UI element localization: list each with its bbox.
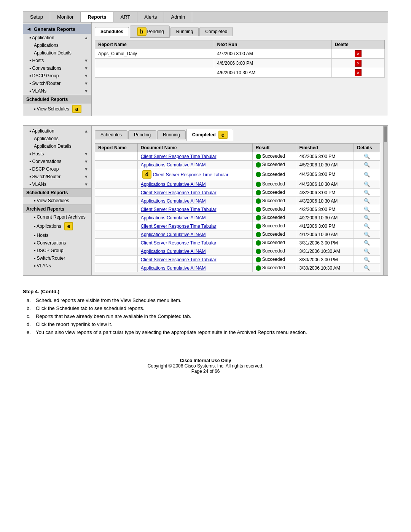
cell-details[interactable]: 🔍 — [354, 161, 380, 169]
tab-schedules[interactable]: Schedules — [95, 27, 129, 36]
sidebar-sub-appdetails[interactable]: Application Details — [23, 49, 91, 57]
cell-details[interactable]: 🔍 — [354, 256, 380, 264]
tab2-running[interactable]: Running — [157, 130, 186, 139]
main-layout-1: ◄ Generate Reports ▪ Application ▲ Appli… — [23, 22, 388, 116]
magnifier-icon[interactable]: 🔍 — [364, 257, 370, 262]
sidebar-item-switch[interactable]: ▪ Switch/Router ▼ — [23, 80, 91, 87]
archived-applications[interactable]: ▪ Applications e — [23, 221, 91, 232]
sidebar2-sub-appdetails[interactable]: Application Details — [23, 142, 91, 150]
magnifier-icon[interactable]: 🔍 — [364, 232, 370, 237]
magnifier-icon[interactable]: 🔍 — [364, 223, 370, 229]
cell-doc-name[interactable]: Applications Cumulative AllNAM — [137, 214, 252, 222]
sidebar2-item-application[interactable]: ▪ Application ▲ — [23, 127, 91, 135]
delete-button[interactable]: ✕ — [355, 69, 362, 76]
sidebar-item-vlans[interactable]: ▪ VLANs ▼ — [23, 87, 91, 95]
sidebar2-item-switch[interactable]: ▪ Switch/Router ▼ — [23, 173, 91, 181]
nav-reports[interactable]: Reports — [81, 12, 113, 22]
magnifier-icon[interactable]: 🔍 — [364, 198, 370, 204]
cell-details[interactable]: 🔍 — [354, 264, 380, 272]
cell-details[interactable]: 🔍 — [354, 197, 380, 205]
sidebar2-item-dscp[interactable]: ▪ DSCP Group ▼ — [23, 165, 91, 173]
cell-details[interactable]: 🔍 — [354, 230, 380, 239]
nav-alerts[interactable]: Alerts — [137, 12, 164, 22]
magnifier-icon[interactable]: 🔍 — [364, 153, 370, 159]
view-schedules-item[interactable]: ▪ View Schedules a — [23, 104, 91, 114]
magnifier-icon[interactable]: 🔍 — [364, 206, 370, 212]
cell-doc-name[interactable]: Applications Cumulative AllNAM — [137, 264, 252, 272]
expand-down-icon-5: ▼ — [84, 89, 88, 93]
sidebar-item-conversations[interactable]: ▪ Conversations ▼ — [23, 64, 91, 72]
tab-completed[interactable]: Completed — [199, 27, 233, 36]
cell-doc-name[interactable]: Client Server Response Time Tabular — [137, 189, 252, 197]
magnifier-icon[interactable]: 🔍 — [364, 162, 370, 168]
expand2-down-2: ▼ — [84, 159, 88, 164]
cell-doc-name[interactable]: Applications Cumulative AllNAM — [137, 230, 252, 239]
step-text-d: Click the report hyperlink to view it. — [36, 321, 388, 327]
tab-pending[interactable]: b Pending — [130, 26, 170, 38]
expand2-down-4: ▼ — [84, 174, 88, 179]
cell-doc-name[interactable]: Client Server Response Time Tabular — [137, 205, 252, 214]
step-text-e: You can also view reports of a particula… — [36, 329, 388, 335]
cell-next-run: 4/6/2006 3:00 PM — [214, 59, 331, 68]
delete-button[interactable]: ✕ — [355, 50, 362, 57]
magnifier-icon[interactable]: 🔍 — [364, 172, 370, 177]
sidebar-item-dscp[interactable]: ▪ DSCP Group ▼ — [23, 72, 91, 80]
sidebar2-item-conversations[interactable]: ▪ Conversations ▼ — [23, 158, 91, 165]
cell-details[interactable]: 🔍 — [354, 180, 380, 189]
nav-admin[interactable]: Admin — [164, 12, 192, 22]
cell-details[interactable]: 🔍 — [354, 222, 380, 230]
sidebar2-sub-applications[interactable]: Applications — [23, 135, 91, 142]
cell-details[interactable]: 🔍 — [354, 152, 380, 161]
scroll-thumb[interactable] — [384, 126, 387, 142]
tab2-completed[interactable]: Completed c — [186, 129, 233, 141]
cell-doc-name[interactable]: Applications Cumulative AllNAM — [137, 180, 252, 189]
cell-doc-name[interactable]: Client Server Response Time Tabular — [137, 239, 252, 247]
table-row: Applications Cumulative AllNAMSucceeded4… — [95, 180, 380, 189]
cell-details[interactable]: 🔍 — [354, 169, 380, 180]
cell-doc-name[interactable]: Applications Cumulative AllNAM — [137, 161, 252, 169]
cell-details[interactable]: 🔍 — [354, 189, 380, 197]
sidebar-item-application[interactable]: ▪ Application ▲ — [23, 34, 91, 42]
step-item-c: c. Reports that have already been run ar… — [23, 313, 388, 319]
cell-doc-name[interactable]: Applications Cumulative AllNAM — [137, 197, 252, 205]
magnifier-icon[interactable]: 🔍 — [364, 190, 370, 195]
archived-current[interactable]: ▪ Current Report Archives — [23, 213, 91, 221]
cell-doc-name[interactable]: Client Server Response Time Tabular — [137, 152, 252, 161]
callout-a: a — [72, 105, 81, 113]
magnifier-icon[interactable]: 🔍 — [364, 215, 370, 220]
magnifier-icon[interactable]: 🔍 — [364, 240, 370, 246]
cell-doc-name[interactable]: Client Server Response Time Tabular — [137, 256, 252, 264]
magnifier-icon[interactable]: 🔍 — [364, 248, 370, 254]
sidebar-sub-applications[interactable]: Applications — [23, 42, 91, 49]
cell-comp-name — [95, 205, 138, 214]
collapse-icon[interactable]: ◄ — [26, 26, 32, 32]
archived-dscp[interactable]: ▪ DSCP Group — [23, 247, 91, 254]
magnifier-icon[interactable]: 🔍 — [364, 265, 370, 271]
table-row: Applications Cumulative AllNAMSucceeded4… — [95, 161, 380, 169]
nav-setup[interactable]: Setup — [23, 12, 50, 22]
tab2-schedules[interactable]: Schedules — [95, 130, 127, 139]
sidebar2-item-hosts[interactable]: ▪ Hosts ▼ — [23, 150, 91, 158]
cell-comp-name — [95, 222, 138, 230]
delete-button[interactable]: ✕ — [355, 60, 362, 67]
nav-monitor[interactable]: Monitor — [50, 12, 81, 22]
tab-running[interactable]: Running — [170, 27, 199, 36]
archived-switch[interactable]: ▪ Switch/Router — [23, 254, 91, 262]
magnifier-icon[interactable]: 🔍 — [364, 181, 370, 187]
cell-doc-name[interactable]: Applications Cumulative AllNAM — [137, 247, 252, 256]
cell-details[interactable]: 🔍 — [354, 239, 380, 247]
cell-details[interactable]: 🔍 — [354, 214, 380, 222]
sidebar-item-hosts[interactable]: ▪ Hosts ▼ — [23, 57, 91, 64]
archived-vlans[interactable]: ▪ VLANs — [23, 262, 91, 270]
view-schedules-item-2[interactable]: ▪ View Schedules — [23, 197, 91, 204]
sidebar2-item-vlans[interactable]: ▪ VLANs ▼ — [23, 181, 91, 188]
archived-hosts[interactable]: ▪ Hosts — [23, 232, 91, 239]
cell-details[interactable]: 🔍 — [354, 205, 380, 214]
cell-details[interactable]: 🔍 — [354, 247, 380, 256]
cell-doc-name[interactable]: d Client Server Response Time Tabular — [137, 169, 252, 180]
nav-art[interactable]: ART — [113, 12, 137, 22]
cell-doc-name[interactable]: Client Server Response Time Tabular — [137, 222, 252, 230]
tab2-pending[interactable]: Pending — [128, 130, 156, 139]
scrollbar[interactable] — [383, 126, 388, 275]
archived-conversations[interactable]: ▪ Conversations — [23, 239, 91, 247]
